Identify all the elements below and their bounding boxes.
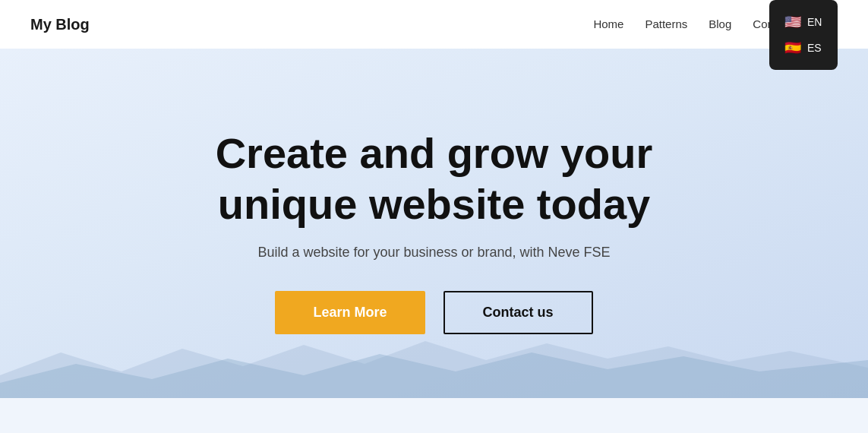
flag-us: 🇺🇸 — [784, 14, 801, 30]
nav-blog[interactable]: Blog — [709, 17, 731, 30]
lang-es[interactable]: 🇪🇸 ES — [784, 35, 822, 61]
nav-home[interactable]: Home — [593, 17, 623, 30]
site-logo[interactable]: My Blog — [30, 16, 90, 33]
hero-subtitle: Build a website for your business or bra… — [257, 245, 610, 261]
mountain-decoration — [0, 337, 868, 398]
nav-links: Home Patterns Blog Contact — [593, 17, 792, 31]
hero-section: Create and grow your unique website toda… — [0, 49, 868, 398]
header: My Blog Home Patterns Blog Contact 🇺🇸 EN… — [0, 0, 868, 49]
flag-es: 🇪🇸 — [784, 40, 801, 56]
nav-patterns[interactable]: Patterns — [645, 17, 687, 30]
hero-title: Create and grow your unique website toda… — [169, 128, 700, 229]
lang-es-label: ES — [807, 42, 822, 54]
hero-buttons: Learn More Contact us — [275, 291, 592, 334]
lang-en[interactable]: 🇺🇸 EN — [784, 9, 822, 35]
contact-us-button[interactable]: Contact us — [443, 291, 593, 334]
lang-en-label: EN — [807, 16, 822, 28]
language-dropdown: 🇺🇸 EN 🇪🇸 ES — [769, 0, 838, 70]
learn-more-button[interactable]: Learn More — [275, 291, 425, 334]
